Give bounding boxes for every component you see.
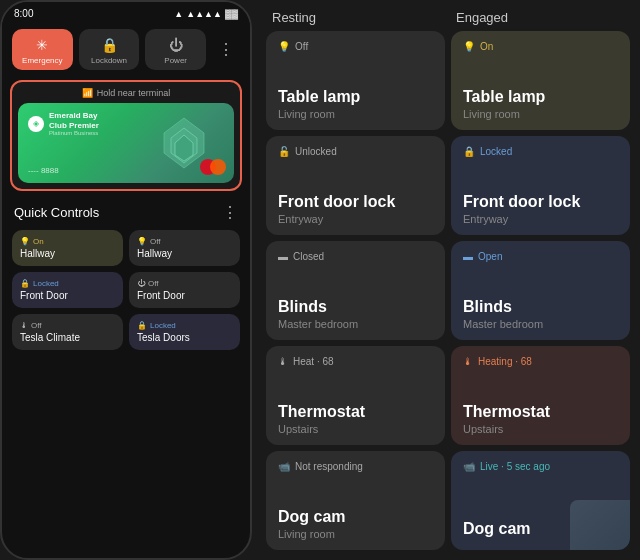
dog-cam-resting-location: Living room bbox=[278, 528, 433, 540]
mastercard-logo bbox=[200, 159, 226, 175]
blinds-engaged-location: Master bedroom bbox=[463, 318, 618, 330]
quick-tiles-bar: ✳ Emergency 🔒 Lockdown ⏻ Power ⋮ bbox=[2, 23, 250, 76]
controls-grid: 💡 On Hallway 💡 Off Hallway 🔒 Locked Fron… bbox=[2, 226, 250, 358]
blinds-engaged[interactable]: ▬ Open Blinds Master bedroom bbox=[451, 241, 630, 340]
lamp-on-icon: 💡 bbox=[463, 41, 475, 52]
thermostat-resting-location: Upstairs bbox=[278, 423, 433, 435]
time-display: 8:00 bbox=[14, 8, 33, 19]
payment-card[interactable]: ◈ Emerald Bay Club Premier Platinum Busi… bbox=[18, 103, 234, 183]
nfc-icon: 📶 bbox=[82, 88, 93, 98]
front-door-resting[interactable]: 🔓 Unlocked Front door lock Entryway bbox=[266, 136, 445, 235]
table-lamp-resting-name: Table lamp bbox=[278, 88, 433, 106]
front-door-resting-location: Entryway bbox=[278, 213, 433, 225]
hallway-off-name: Hallway bbox=[137, 248, 232, 259]
card-tier: Platinum Business bbox=[49, 130, 99, 136]
card-logo: ◈ bbox=[28, 116, 44, 132]
blinds-resting-location: Master bedroom bbox=[278, 318, 433, 330]
lock-icon: 🔒 bbox=[20, 279, 30, 288]
front-door-engaged-location: Entryway bbox=[463, 213, 618, 225]
smart-cards-grid: 💡 Off Table lamp Living room 💡 On Table … bbox=[266, 31, 630, 550]
phone-panel: 8:00 ▲ ▲▲▲▲ ▓▓ ✳ Emergency 🔒 Lockdown ⏻ … bbox=[0, 0, 252, 560]
more-button[interactable]: ⋮ bbox=[212, 29, 240, 70]
table-lamp-resting[interactable]: 💡 Off Table lamp Living room bbox=[266, 31, 445, 130]
table-lamp-engaged-location: Living room bbox=[463, 108, 618, 120]
table-lamp-engaged[interactable]: 💡 On Table lamp Living room bbox=[451, 31, 630, 130]
dog-cam-resting-name: Dog cam bbox=[278, 508, 433, 526]
tesla-doors-name: Tesla Doors bbox=[137, 332, 232, 343]
tesla-climate-name: Tesla Climate bbox=[20, 332, 115, 343]
bulb-on-icon: 💡 bbox=[20, 237, 30, 246]
lockdown-tile[interactable]: 🔒 Lockdown bbox=[79, 29, 140, 70]
control-tile-hallway-off[interactable]: 💡 Off Hallway bbox=[129, 230, 240, 266]
thermostat-engaged-location: Upstairs bbox=[463, 423, 618, 435]
nfc-card-area: 📶 Hold near terminal ◈ Emerald Bay Club … bbox=[10, 80, 242, 191]
blinds-resting-name: Blinds bbox=[278, 298, 433, 316]
front-door-engaged[interactable]: 🔒 Locked Front door lock Entryway bbox=[451, 136, 630, 235]
lockdown-label: Lockdown bbox=[91, 56, 127, 65]
resting-header: Resting bbox=[268, 10, 444, 25]
engaged-header: Engaged bbox=[452, 10, 628, 25]
dog-cam-engaged-name: Dog cam bbox=[463, 520, 618, 538]
quick-controls-header: Quick Controls ⋮ bbox=[2, 195, 250, 226]
lock-engaged-icon: 🔒 bbox=[463, 146, 475, 157]
power-icon: ⏻ bbox=[169, 37, 183, 53]
control-tile-tesla-climate[interactable]: 🌡 Off Tesla Climate bbox=[12, 314, 123, 350]
quick-controls-title: Quick Controls bbox=[14, 205, 99, 220]
thermostat-resting-name: Thermostat bbox=[278, 403, 433, 421]
control-tile-tesla-doors[interactable]: 🔒 Locked Tesla Doors bbox=[129, 314, 240, 350]
hallway-on-name: Hallway bbox=[20, 248, 115, 259]
tesla-lock-icon: 🔒 bbox=[137, 321, 147, 330]
frontdoor-off-name: Front Door bbox=[137, 290, 232, 301]
dog-cam-resting[interactable]: 📹 Not responding Dog cam Living room bbox=[266, 451, 445, 550]
blinds-engaged-name: Blinds bbox=[463, 298, 618, 316]
column-headers: Resting Engaged bbox=[266, 10, 630, 25]
front-door-engaged-name: Front door lock bbox=[463, 193, 618, 211]
thermostat-heat-icon: 🌡 bbox=[463, 356, 473, 367]
unlock-icon: 🔓 bbox=[278, 146, 290, 157]
control-tile-hallway-on[interactable]: 💡 On Hallway bbox=[12, 230, 123, 266]
thermostat-resting[interactable]: 🌡 Heat · 68 Thermostat Upstairs bbox=[266, 346, 445, 445]
emergency-tile[interactable]: ✳ Emergency bbox=[12, 29, 73, 70]
blinds-closed-icon: ▬ bbox=[278, 251, 288, 262]
emergency-icon: ✳ bbox=[36, 37, 48, 53]
control-tile-frontdoor-locked[interactable]: 🔒 Locked Front Door bbox=[12, 272, 123, 308]
thermostat-engaged-name: Thermostat bbox=[463, 403, 618, 421]
power-label: Power bbox=[164, 56, 187, 65]
dog-cam-engaged[interactable]: 📹 Live · 5 sec ago Dog cam bbox=[451, 451, 630, 550]
card-sub-name: Club Premier bbox=[49, 121, 99, 131]
thermostat-engaged[interactable]: 🌡 Heating · 68 Thermostat Upstairs bbox=[451, 346, 630, 445]
cam-resting-icon: 📹 bbox=[278, 461, 290, 472]
power-off-icon: ⏻ bbox=[137, 279, 145, 288]
cam-live-icon: 📹 bbox=[463, 461, 475, 472]
table-lamp-resting-location: Living room bbox=[278, 108, 433, 120]
front-door-resting-name: Front door lock bbox=[278, 193, 433, 211]
card-name: Emerald Bay bbox=[49, 111, 99, 121]
right-panel: Resting Engaged 💡 Off Table lamp Living … bbox=[252, 0, 640, 560]
nfc-hint: 📶 Hold near terminal bbox=[18, 88, 234, 98]
lockdown-icon: 🔒 bbox=[101, 37, 118, 53]
quick-controls-more[interactable]: ⋮ bbox=[222, 203, 238, 222]
control-tile-frontdoor-off[interactable]: ⏻ Off Front Door bbox=[129, 272, 240, 308]
emergency-label: Emergency bbox=[22, 56, 62, 65]
lamp-off-icon: 💡 bbox=[278, 41, 290, 52]
status-bar: 8:00 ▲ ▲▲▲▲ ▓▓ bbox=[2, 2, 250, 23]
table-lamp-engaged-name: Table lamp bbox=[463, 88, 618, 106]
blinds-resting[interactable]: ▬ Closed Blinds Master bedroom bbox=[266, 241, 445, 340]
power-tile[interactable]: ⏻ Power bbox=[145, 29, 206, 70]
thermostat-resting-icon: 🌡 bbox=[278, 356, 288, 367]
status-icons: ▲ ▲▲▲▲ ▓▓ bbox=[174, 9, 238, 19]
frontdoor-locked-name: Front Door bbox=[20, 290, 115, 301]
climate-icon: 🌡 bbox=[20, 321, 28, 330]
blinds-open-icon: ▬ bbox=[463, 251, 473, 262]
bulb-off-icon: 💡 bbox=[137, 237, 147, 246]
